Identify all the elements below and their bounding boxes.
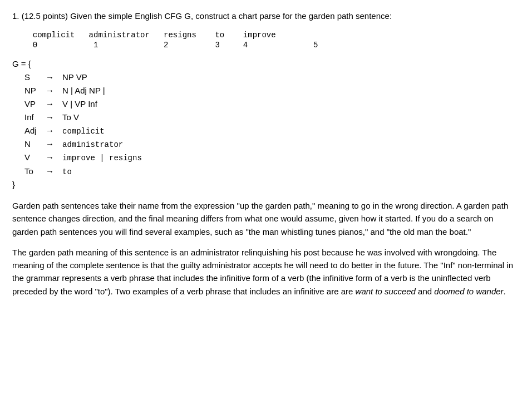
- grammar-lhs-n: N: [24, 137, 46, 151]
- grammar-lhs-adj: Adj: [24, 124, 46, 137]
- question-points: (12.5 points): [22, 11, 68, 21]
- italic-text-2: doomed to wander: [434, 287, 503, 296]
- grammar-rule-np: NP → N | Adj NP |: [24, 84, 520, 97]
- grammar-rule-v: V → improve | resigns: [24, 151, 520, 164]
- grammar-open: G = {: [12, 57, 520, 71]
- grammar-arrow-v: →: [46, 151, 58, 164]
- grammar-lhs-v: V: [24, 151, 46, 164]
- grammar-rhs-v: improve | resigns: [62, 152, 142, 164]
- grammar-arrow-s: →: [46, 71, 58, 84]
- grammar-rule-adj: Adj → complicit: [24, 124, 520, 137]
- grammar-rhs-inf: To V: [62, 111, 79, 124]
- grammar-lhs-to: To: [24, 165, 46, 178]
- grammar-arrow-adj: →: [46, 124, 58, 137]
- grammar-rule-vp: VP → V | VP Inf: [24, 97, 520, 111]
- grammar-lhs-inf: Inf: [24, 111, 46, 124]
- italic-text-1: want to succeed: [356, 287, 416, 296]
- grammar-rhs-n: administrator: [62, 139, 123, 151]
- grammar-block: G = { S → NP VP NP → N | Adj NP | VP → V…: [12, 57, 520, 192]
- grammar-arrow-vp: →: [46, 97, 58, 111]
- grammar-rhs-to: to: [62, 166, 72, 178]
- sentence-words: complicit administrator resigns to impro…: [23, 31, 520, 40]
- end-text: .: [504, 287, 506, 296]
- grammar-arrow-np: →: [46, 84, 58, 97]
- sentence-display: complicit administrator resigns to impro…: [12, 31, 520, 50]
- grammar-lhs-vp: VP: [24, 97, 46, 111]
- grammar-arrow-to: →: [46, 165, 58, 178]
- question-prompt: Given the simple English CFG G, construc…: [70, 11, 392, 21]
- question-header: 1. (12.5 points) Given the simple Englis…: [12, 10, 520, 23]
- sentence-indices: 0 1 2 3 4 5: [23, 41, 520, 50]
- paragraph-2: The garden path meaning of this sentence…: [12, 246, 520, 298]
- grammar-rhs-np: N | Adj NP |: [62, 84, 105, 97]
- grammar-close: }: [12, 178, 520, 191]
- grammar-rule-to: To → to: [24, 165, 520, 178]
- grammar-rhs-s: NP VP: [62, 71, 87, 84]
- grammar-rule-s: S → NP VP: [24, 71, 520, 84]
- grammar-lhs-s: S: [24, 71, 46, 84]
- grammar-arrow-n: →: [46, 137, 58, 151]
- paragraph-1-text: Garden path sentences take their name fr…: [12, 201, 508, 236]
- grammar-rule-n: N → administrator: [24, 137, 520, 151]
- middle-text: and: [416, 287, 434, 296]
- paragraph-1: Garden path sentences take their name fr…: [12, 199, 520, 238]
- grammar-arrow-inf: →: [46, 111, 58, 124]
- grammar-rhs-vp: V | VP Inf: [62, 97, 97, 111]
- question-number: 1.: [12, 11, 19, 21]
- grammar-lhs-np: NP: [24, 84, 46, 97]
- grammar-rule-inf: Inf → To V: [24, 111, 520, 124]
- grammar-rhs-adj: complicit: [62, 125, 105, 137]
